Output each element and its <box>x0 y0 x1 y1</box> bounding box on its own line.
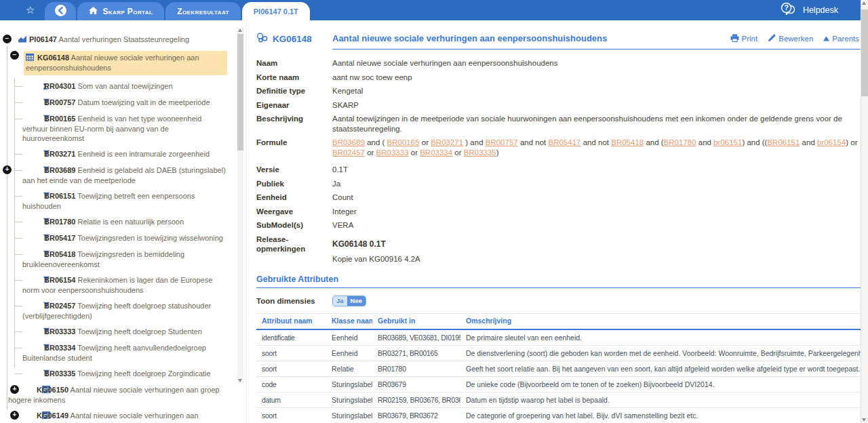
topbar: ☆ Skarp Portal Zoekresultaat PI06147 0.1… <box>0 0 868 20</box>
filter-icon <box>33 369 44 379</box>
tree-item-KG06149[interactable]: +KG06149 Aantal nieuwe sociale verhuring… <box>0 411 246 421</box>
print-label: Print <box>742 35 758 43</box>
tree-item-KG06150[interactable]: +KG06150 Aantal nieuwe sociale verhuring… <box>0 385 246 405</box>
tree-item-BR03271[interactable]: BR03271 Eenheid is een intramurale zorge… <box>0 149 246 159</box>
tree-item-body: BR05417 Toewijzingsreden is toewijzing w… <box>22 233 227 243</box>
sigma-icon: Σ <box>33 82 44 92</box>
tree-item-BR01780[interactable]: BR01780 Relatie is een natuurlijk persoo… <box>0 217 246 227</box>
detail-code-wrap: KG06148 <box>256 33 312 45</box>
bewerken-button[interactable]: Bewerken <box>768 34 813 43</box>
scroll-up-icon[interactable] <box>862 1 866 5</box>
tree-item-BR06151[interactable]: BR06151 Toewijzing betreft een eenpersoo… <box>0 191 246 211</box>
scroll-up-icon[interactable] <box>238 28 242 32</box>
field-value: aant nw soc toew eenp <box>332 73 861 83</box>
formule-link[interactable]: BR01780 <box>664 138 696 146</box>
tree-item-PI06147[interactable]: −PI06147 Aantal verhuringen Staatssteunr… <box>0 35 246 45</box>
tree-item-code: BR03689 <box>44 166 75 174</box>
tree-item-BR06154[interactable]: BR06154 Rekeninkomen is lager dan de Eur… <box>0 275 246 295</box>
tree-item-BR03689[interactable]: +BR03689 Eenheid is gelabeld als DAEB (s… <box>0 165 246 185</box>
filter-icon <box>33 234 44 243</box>
tree-item-body: BR01780 Relatie is een natuurlijk persoo… <box>22 217 227 227</box>
formule-link[interactable]: BR05417 <box>548 138 580 146</box>
print-button[interactable]: Print <box>730 34 758 43</box>
tree-item-KG06148[interactable]: −KG06148 Aantal nieuwe sociale verhuring… <box>0 51 246 75</box>
section-title: Gebruikte Attributen <box>256 275 861 288</box>
omschrijving-cell: De primaire sleutel van een eenheid. <box>460 329 861 346</box>
tree-item-code: BR00757 <box>44 98 75 106</box>
tree-scrollbar-thumb[interactable] <box>237 34 243 150</box>
formule-link[interactable]: BR06151 <box>767 138 800 146</box>
parents-button[interactable]: Parents <box>823 34 859 43</box>
tree-item-BR05418[interactable]: BR05418 Toewijzingsreden is bemiddeling … <box>0 249 246 269</box>
formule-link[interactable]: BR03333 <box>376 148 409 157</box>
field-row: Definitie typeKengetal <box>256 86 861 96</box>
home-icon <box>89 7 98 16</box>
formule-link[interactable]: BR02457 <box>332 148 365 157</box>
pencil-icon <box>768 34 776 43</box>
tree-item-code: BR02457 <box>44 302 75 310</box>
field-label: Korte naam <box>256 73 332 83</box>
tree-item-BR02457[interactable]: BR02457 Toewijzing heeft doelgroep statu… <box>0 301 246 321</box>
expand-icon[interactable]: + <box>10 385 19 394</box>
toon-dimensies-toggle[interactable]: Ja Nee <box>332 296 366 306</box>
formule-link[interactable]: br06154 <box>817 138 846 146</box>
gebruikt-in-cell: RR02159, BR03676, BR03683 <box>372 392 460 407</box>
column-header: Gebruikt in <box>372 313 460 329</box>
toggle-ja[interactable]: Ja <box>333 296 347 306</box>
scroll-down-icon[interactable] <box>862 418 866 422</box>
tree-item-body: KG06149 Aantal nieuwe sociale verhuringe… <box>8 411 227 421</box>
tree-item-body: BR02457 Toewijzing heeft doelgroep statu… <box>22 301 227 321</box>
tree-item-label: Aantal nieuwe sociale verhuringen aan <box>71 411 199 420</box>
tree-item-code: PI06147 <box>29 35 57 43</box>
tab-zoekresultaat[interactable]: Zoekresultaat <box>165 2 241 20</box>
helpdesk-button[interactable]: ? Helpdesk <box>780 2 838 18</box>
tree-scrollbar[interactable] <box>237 27 243 384</box>
main-scrollbar[interactable] <box>861 0 868 423</box>
gebruikt-in-cell: BR03689, VE03681, DI01954 <box>372 329 460 346</box>
formule-link[interactable]: BR00165 <box>387 138 420 146</box>
tree-item-BR03333[interactable]: BR03333 Toewijzing heeft doelgroep Stude… <box>0 327 246 337</box>
tab-skarp-portal[interactable]: Skarp Portal <box>77 2 164 20</box>
scroll-down-icon[interactable] <box>238 379 242 382</box>
toggle-nee[interactable]: Nee <box>347 296 366 306</box>
field-value: SKARP <box>332 100 861 110</box>
tree-item-body: BR00757 Datum toewijzing valt in de meet… <box>22 98 227 108</box>
field-row: NaamAantal nieuwe sociale verhuringen aa… <box>256 58 861 68</box>
filter-icon <box>33 150 44 159</box>
star-icon[interactable]: ☆ <box>26 0 35 20</box>
formule-link[interactable]: BR05418 <box>611 138 644 146</box>
share-icon <box>256 33 268 45</box>
tab-pi06147-active[interactable]: PI06147 0.1T <box>242 2 310 20</box>
formule-link[interactable]: BR00757 <box>486 138 518 146</box>
tree-item-BR05417[interactable]: BR05417 Toewijzingsreden is toewijzing w… <box>0 233 246 243</box>
tree-item-BR03334[interactable]: BR03334 Toewijzing heeft aanvullendedoel… <box>0 343 246 363</box>
formule-link[interactable]: br06151 <box>713 138 742 146</box>
tab-label: Skarp Portal <box>102 7 153 16</box>
expand-icon[interactable]: + <box>10 411 19 420</box>
tree-item-code: KG06148 <box>37 54 69 62</box>
tree-item-BR00165[interactable]: BR00165 Eenheid is van het type wooneenh… <box>0 114 246 143</box>
tree-item-body: KG06148 Aantal nieuwe sociale verhuringe… <box>24 51 227 75</box>
formule-link[interactable]: BR03335 <box>464 148 496 157</box>
collapse-icon[interactable]: − <box>3 35 12 43</box>
formule-link[interactable]: BR03689 <box>332 138 365 146</box>
collapse-icon[interactable]: − <box>10 51 19 60</box>
tree-item-label: Som van aantal toewijzingen <box>78 82 173 90</box>
field-value: Integer <box>332 207 861 217</box>
back-button[interactable] <box>45 2 76 20</box>
tree-item-BR03335[interactable]: BR03335 Toewijzing heeft doelgroep Zorgi… <box>0 369 246 379</box>
main-scrollbar-thumb[interactable] <box>861 9 868 96</box>
tree-item-body: BR03333 Toewijzing heeft doelgroep Stude… <box>22 327 227 337</box>
field-value: VERA <box>332 220 861 230</box>
expand-icon[interactable]: + <box>3 165 12 174</box>
field-row: PubliekJa <box>256 179 861 189</box>
field-row: SubModel(s)VERA <box>256 220 861 230</box>
field-list: NaamAantal nieuwe sociale verhuringen aa… <box>256 58 861 264</box>
tree-item-BR00757[interactable]: BR00757 Datum toewijzing valt in de meet… <box>0 98 246 108</box>
formule-link[interactable]: BR03271 <box>431 138 463 146</box>
formule-link[interactable]: BR03334 <box>420 148 452 157</box>
filter-icon <box>33 327 44 337</box>
field-label: Eigenaar <box>256 100 332 110</box>
filter-icon <box>33 166 44 176</box>
tree-item-RR04301[interactable]: ΣRR04301 Som van aantal toewijzingen <box>0 81 246 92</box>
